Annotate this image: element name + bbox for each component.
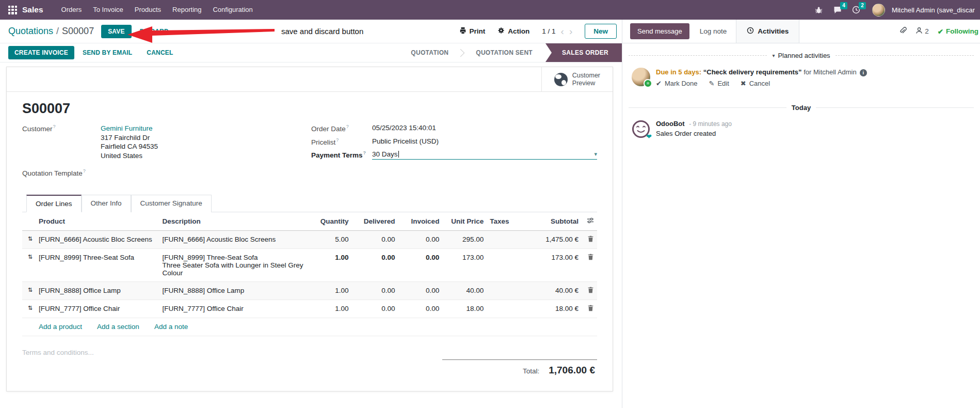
order-date-label: Order Date? [311,124,372,133]
heart-icon: ❤ [646,133,652,140]
col-subtotal[interactable]: Subtotal [532,212,582,231]
user-avatar[interactable] [872,4,885,17]
delete-row-icon[interactable] [587,254,594,262]
table-row[interactable]: ⇅ [FURN_8999] Three-Seat Sofa [FURN_8999… [22,248,597,281]
pricelist-value[interactable]: Public Pricelist (USD) [372,137,439,146]
save-button[interactable]: SAVE [101,25,132,38]
nav-item-to-invoice[interactable]: To Invoice [87,0,129,20]
nav-item-reporting[interactable]: Reporting [167,0,207,20]
pager-next-icon[interactable]: › [569,26,572,36]
breadcrumb-current: S00007 [62,26,94,37]
breadcrumb-quotations-link[interactable]: Quotations [8,26,53,37]
drag-handle-icon[interactable]: ⇅ [22,248,36,281]
send-by-email-button[interactable]: SEND BY EMAIL [76,46,138,59]
address-line: United States [101,151,158,161]
tab-other-info[interactable]: Other Info [82,195,131,212]
new-button[interactable]: New [585,24,617,39]
delete-row-icon[interactable] [587,287,594,295]
edit-activity-button[interactable]: ✎ Edit [709,80,729,87]
table-row[interactable]: ⇅ [FURN_8888] Office Lamp [FURN_8888] Of… [22,281,597,300]
app-name[interactable]: Sales [22,5,43,14]
paperclip-icon[interactable] [899,27,907,36]
optional-columns-icon[interactable] [587,218,594,226]
action-buttons: CREATE INVOICE SEND BY EMAIL CANCEL [0,43,180,62]
drag-handle-icon[interactable]: ⇅ [22,281,36,300]
drag-handle-icon[interactable]: ⇅ [22,300,36,318]
status-quotation[interactable]: QUOTATION [399,43,460,62]
cancel-activity-button[interactable]: ✖ Cancel [741,80,770,87]
help-icon: ? [363,150,366,155]
tab-order-lines[interactable]: Order Lines [26,195,82,212]
planned-activities-toggle[interactable]: ▾ Planned activities [772,52,830,59]
followers-button[interactable]: 2 [915,27,929,36]
log-note-button[interactable]: Log note [700,27,727,35]
customer-preview-button[interactable]: Customer Preview [541,67,613,91]
action-row: CREATE INVOICE SEND BY EMAIL CANCEL QUOT… [0,43,622,62]
col-description[interactable]: Description [159,212,307,231]
activity-item: ≡ Due in 5 days: “Check delivery require… [622,64,980,91]
messages-icon[interactable]: 4 [830,0,845,20]
message-item: ❤ OdooBot - 9 minutes ago Sales Order cr… [622,116,980,143]
gear-icon [497,27,505,36]
activity-assignee: for Mitchell Admin [804,68,857,76]
customer-label: Customer? [22,124,101,160]
pager: 1 / 1 ‹ › [542,26,572,36]
table-row[interactable]: ⇅ [FURN_7777] Office Chair [FURN_7777] O… [22,300,597,318]
col-unit-price[interactable]: Unit Price [442,212,487,231]
chevron-down-icon[interactable]: ▾ [594,151,597,158]
info-icon[interactable]: i [860,69,867,76]
col-product[interactable]: Product [36,212,159,231]
add-a-note-link[interactable]: Add a note [154,323,188,331]
col-taxes[interactable]: Taxes [487,212,532,231]
statusbar: QUOTATION QUOTATION SENT SALES ORDER [399,43,622,62]
following-button[interactable]: ✔ Following [938,27,978,36]
delete-row-icon[interactable] [587,236,594,244]
message-thread: ▾ Planned activities ≡ Due in 5 days: “C… [622,43,980,408]
tab-customer-signature[interactable]: Customer Signature [131,195,212,212]
add-a-section-link[interactable]: Add a section [97,323,139,331]
x-icon: ✖ [741,80,746,87]
status-sales-order[interactable]: SALES ORDER [545,43,622,62]
order-date-value[interactable]: 05/25/2023 15:40:01 [372,124,436,133]
delete-row-icon[interactable] [587,305,594,313]
customer-name-link[interactable]: Gemini Furniture [101,124,158,133]
quotation-template-field[interactable]: Quotation Template? [22,168,311,177]
nav-item-orders[interactable]: Orders [56,0,88,20]
status-quotation-sent[interactable]: QUOTATION SENT [464,43,544,62]
globe-icon [554,73,568,86]
debug-bug-icon[interactable] [811,0,827,20]
table-footer-links: Add a product Add a section Add a note [22,318,597,336]
discard-button[interactable]: DISCARD [140,28,169,35]
table-row[interactable]: ⇅ [FURN_6666] Acoustic Bloc Screens [FUR… [22,230,597,248]
form-sheet: Customer Preview S00007 Customer? Gemini… [6,67,613,391]
apps-menu-icon[interactable] [8,6,17,14]
activities-clock-icon[interactable]: 2 [848,0,864,20]
add-a-product-link[interactable]: Add a product [39,323,82,331]
customer-value: Gemini Furniture 317 Fairchild Dr Fairfi… [101,124,158,160]
help-icon: ? [346,124,349,129]
totals: Total: 1,706.00 € [442,359,597,376]
terms-and-conditions-input[interactable]: Terms and conditions... [22,349,597,356]
send-message-button[interactable]: Send message [630,23,689,39]
user-name[interactable]: Mitchell Admin (save_discar [892,6,975,14]
nav-right: 4 2 Mitchell Admin (save_discar [811,0,975,20]
field-groups: Customer? Gemini Furniture 317 Fairchild… [22,124,597,182]
form-panel: Quotations / S00007 SAVE DISCARD save an… [0,20,622,408]
nav-item-configuration[interactable]: Configuration [207,0,258,20]
nav-item-products[interactable]: Products [129,0,167,20]
payment-terms-input[interactable]: 30 Days ▾ [372,150,597,160]
action-button[interactable]: Action [497,27,529,36]
cancel-button[interactable]: CANCEL [140,46,179,59]
col-quantity[interactable]: Quantity [308,212,352,231]
col-delivered[interactable]: Delivered [352,212,398,231]
message-author[interactable]: OdooBot [656,120,685,128]
mark-done-button[interactable]: ✔ Mark Done [656,80,697,87]
activities-button[interactable]: Activities [736,20,799,43]
col-invoiced[interactable]: Invoiced [398,212,442,231]
print-button[interactable]: Print [459,27,486,36]
activity-actions: ✔ Mark Done ✎ Edit ✖ Cancel [656,80,867,87]
pager-prev-icon[interactable]: ‹ [561,26,564,36]
create-invoice-button[interactable]: CREATE INVOICE [8,46,74,59]
drag-handle-icon[interactable]: ⇅ [22,230,36,248]
followers-count: 2 [925,27,929,35]
